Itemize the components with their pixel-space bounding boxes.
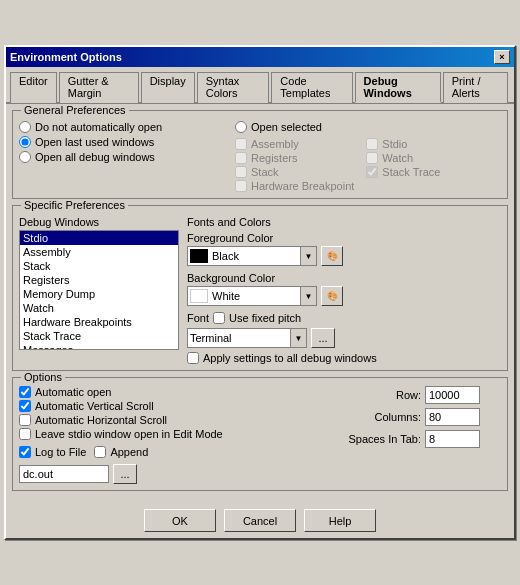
font-row: Font Use fixed pitch <box>187 312 501 324</box>
chk-hardware-bp-label: Hardware Breakpoint <box>251 180 354 192</box>
log-row: Log to File Append <box>19 446 331 458</box>
radio-do-not-open[interactable]: Do not automatically open <box>19 121 219 133</box>
apply-row: Apply settings to all debug windows <box>187 352 501 364</box>
chk-stack-trace-label: Stack Trace <box>382 166 440 178</box>
ok-button[interactable]: OK <box>144 509 216 532</box>
debug-windows-list[interactable]: Stdio Assembly Stack Registers Memory Du… <box>19 230 179 350</box>
font-value: Terminal <box>188 332 290 344</box>
chk-log-to-file-label: Log to File <box>35 446 86 458</box>
use-fixed-pitch-checkbox[interactable] <box>213 312 225 324</box>
chk-log-to-file[interactable]: Log to File <box>19 446 86 458</box>
font-dropdown-arrow[interactable]: ▼ <box>290 329 306 347</box>
chk-assembly-label: Assembly <box>251 138 299 150</box>
row-input[interactable] <box>425 386 480 404</box>
chk-auto-open-input[interactable] <box>19 386 31 398</box>
specific-preferences-group: Specific Preferences Debug Windows Stdio… <box>12 205 508 371</box>
chk-append[interactable]: Append <box>94 446 148 458</box>
chk-auto-vscroll-input[interactable] <box>19 400 31 412</box>
columns-label: Columns: <box>341 411 421 423</box>
list-item-registers[interactable]: Registers <box>20 273 178 287</box>
title-bar: Environment Options × <box>6 47 514 67</box>
chk-auto-hscroll-input[interactable] <box>19 414 31 426</box>
options-label: Options <box>21 371 65 383</box>
fg-color-picker-button[interactable]: 🎨 <box>321 246 343 266</box>
radio-open-selected-label: Open selected <box>251 121 322 133</box>
chk-stack-label: Stack <box>251 166 279 178</box>
radio-open-selected[interactable]: Open selected <box>235 121 440 133</box>
bg-color-swatch <box>190 289 208 303</box>
list-item-hardware-bps[interactable]: Hardware Breakpoints <box>20 315 178 329</box>
chk-append-label: Append <box>110 446 148 458</box>
tab-editor[interactable]: Editor <box>10 72 57 103</box>
radio-open-all[interactable]: Open all debug windows <box>19 151 219 163</box>
chk-auto-open[interactable]: Automatic open <box>19 386 331 398</box>
radio-open-last-input[interactable] <box>19 136 31 148</box>
font-dots-button[interactable]: ... <box>311 328 335 348</box>
tab-print-alerts[interactable]: Print / Alerts <box>443 72 508 103</box>
bg-color-picker-button[interactable]: 🎨 <box>321 286 343 306</box>
tab-gutter-margin[interactable]: Gutter & Margin <box>59 72 139 103</box>
spaces-field: Spaces In Tab: <box>341 430 501 448</box>
bg-color-value: White <box>210 290 300 302</box>
radio-open-all-label: Open all debug windows <box>35 151 155 163</box>
chk-leave-stdio[interactable]: Leave stdio window open in Edit Mode <box>19 428 331 440</box>
options-right: Row: Columns: Spaces In Tab: <box>341 386 501 484</box>
list-item-messages[interactable]: Messages <box>20 343 178 350</box>
columns-field: Columns: <box>341 408 501 426</box>
chk-stack-input <box>235 166 247 178</box>
debug-windows-panel: Debug Windows Stdio Assembly Stack Regis… <box>19 216 179 364</box>
list-item-watch[interactable]: Watch <box>20 301 178 315</box>
fonts-colors-panel: Fonts and Colors Foreground Color Black … <box>187 216 501 364</box>
specific-preferences-label: Specific Preferences <box>21 199 128 211</box>
fg-color-swatch <box>190 249 208 263</box>
spaces-input[interactable] <box>425 430 480 448</box>
log-file-input[interactable] <box>19 465 109 483</box>
font-select[interactable]: Terminal ▼ <box>187 328 307 348</box>
fonts-colors-label: Fonts and Colors <box>187 216 501 228</box>
file-input-row: ... <box>19 464 331 484</box>
tab-syntax-colors[interactable]: Syntax Colors <box>197 72 270 103</box>
chk-append-input[interactable] <box>94 446 106 458</box>
radio-open-all-input[interactable] <box>19 151 31 163</box>
options-group: Options Automatic open Automatic Vertica… <box>12 377 508 491</box>
title-bar-controls: × <box>494 50 510 64</box>
list-item-stack[interactable]: Stack <box>20 259 178 273</box>
list-item-stdio[interactable]: Stdio <box>20 231 178 245</box>
chk-stdio-label: Stdio <box>382 138 407 150</box>
bottom-buttons: OK Cancel Help <box>6 503 514 538</box>
tab-debug-windows[interactable]: Debug Windows <box>355 72 441 103</box>
list-item-memory-dump[interactable]: Memory Dump <box>20 287 178 301</box>
help-button[interactable]: Help <box>304 509 376 532</box>
chk-leave-stdio-input[interactable] <box>19 428 31 440</box>
radio-open-last[interactable]: Open last used windows <box>19 136 219 148</box>
list-item-stack-trace[interactable]: Stack Trace <box>20 329 178 343</box>
radio-open-selected-input[interactable] <box>235 121 247 133</box>
tab-content: General Preferences Do not automatically… <box>6 104 514 503</box>
bg-color-select[interactable]: White ▼ <box>187 286 317 306</box>
tab-code-templates[interactable]: Code Templates <box>271 72 352 103</box>
chk-stdio-input <box>366 138 378 150</box>
chk-registers-label: Registers <box>251 152 297 164</box>
cancel-button[interactable]: Cancel <box>224 509 296 532</box>
chk-leave-stdio-label: Leave stdio window open in Edit Mode <box>35 428 223 440</box>
fg-color-dropdown-arrow[interactable]: ▼ <box>300 247 316 265</box>
row-field: Row: <box>341 386 501 404</box>
chk-auto-hscroll[interactable]: Automatic Horizontal Scroll <box>19 414 331 426</box>
apply-all-checkbox[interactable] <box>187 352 199 364</box>
chk-auto-open-label: Automatic open <box>35 386 111 398</box>
chk-auto-vscroll[interactable]: Automatic Vertical Scroll <box>19 400 331 412</box>
radio-do-not-open-input[interactable] <box>19 121 31 133</box>
radio-open-last-label: Open last used windows <box>35 136 154 148</box>
file-dots-button[interactable]: ... <box>113 464 137 484</box>
close-button[interactable]: × <box>494 50 510 64</box>
fg-color-select[interactable]: Black ▼ <box>187 246 317 266</box>
bg-color-dropdown-arrow[interactable]: ▼ <box>300 287 316 305</box>
columns-input[interactable] <box>425 408 480 426</box>
chk-watch: Watch <box>366 152 440 164</box>
chk-stack-trace-input <box>366 166 378 178</box>
chk-log-to-file-input[interactable] <box>19 446 31 458</box>
tab-display[interactable]: Display <box>141 72 195 103</box>
list-item-assembly[interactable]: Assembly <box>20 245 178 259</box>
font-label: Font <box>187 312 209 324</box>
debug-windows-panel-label: Debug Windows <box>19 216 179 228</box>
